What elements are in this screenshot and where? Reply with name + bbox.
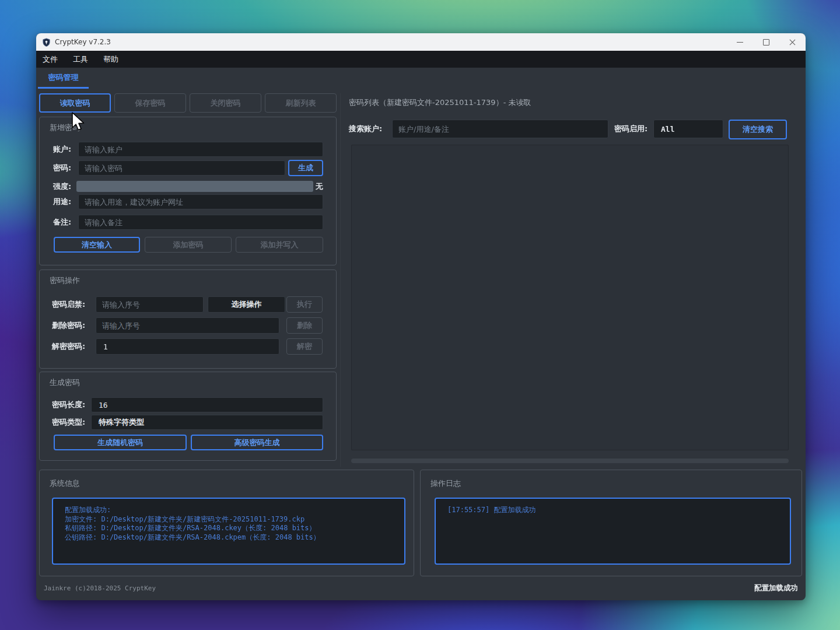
menu-file[interactable]: 文件 [43,54,58,65]
strength-bar [76,181,313,192]
password-input[interactable] [78,160,285,176]
status-bar: Jainkre (c)2018-2025 CryptKey 配置加载成功 [36,576,806,600]
tab-password-management[interactable]: 密码管理 [38,68,89,89]
mouse-cursor [71,112,87,133]
save-password-button[interactable]: 保存密码 [114,93,186,113]
operation-log-box: [17:55:57] 配置加载成功 [435,498,791,565]
length-label: 密码长度: [52,397,85,412]
horizontal-scrollbar[interactable] [351,459,789,463]
menu-tools[interactable]: 工具 [73,54,88,65]
operation-log-line: [17:55:57] 配置加载成功 [447,506,778,515]
password-list-panel: 密码列表（新建密码文件-20251011-1739）- 未读取 搜索账户: 密码… [344,89,802,470]
toggle-serial-input[interactable] [96,296,204,313]
password-list-table [351,145,789,450]
minimize-icon[interactable] [727,33,753,51]
note-label: 备注: [53,215,71,230]
password-list-header: 密码列表（新建密码文件-20251011-1739）- 未读取 [349,97,531,108]
maximize-icon[interactable] [753,33,779,51]
new-password-group: 新增密码 账户: 密码: 生成 强度: 无 用途: 备注: 清空输入 添加密码 … [39,117,337,265]
system-info-panel: 系统信息 配置加载成功: 加密文件: D:/Desktop/新建文件夹/新建密码… [39,470,414,576]
enabled-filter-select[interactable]: All [653,120,723,138]
clear-input-button[interactable]: 清空输入 [54,237,140,253]
decrypt-button[interactable]: 解密 [286,338,323,355]
system-info-line: 配置加载成功: [65,506,393,515]
account-label: 账户: [53,142,71,157]
type-select[interactable]: 特殊字符类型 [91,415,323,430]
add-and-write-button[interactable]: 添加并写入 [236,237,323,253]
password-ops-group-title: 密码操作 [50,275,80,286]
close-icon[interactable] [779,33,806,51]
generate-random-button[interactable]: 生成随机密码 [54,435,187,450]
note-input[interactable] [78,215,323,230]
toggle-action-select[interactable]: 选择操作 [208,296,285,313]
system-info-line: 加密文件: D:/Desktop/新建文件夹/新建密码文件-20251011-1… [65,515,393,524]
search-input[interactable] [392,120,608,138]
system-info-line: 私钥路径: D:/Desktop/新建文件夹/RSA-2048.ckey（长度:… [65,524,393,533]
delete-serial-input[interactable] [96,317,279,334]
operation-log-title: 操作日志 [430,478,461,489]
purpose-input[interactable] [78,194,323,209]
status-message: 配置加载成功 [754,583,798,593]
refresh-list-button[interactable]: 刷新列表 [265,93,337,113]
panel-splitter[interactable] [340,93,341,467]
status-copyright: Jainkre (c)2018-2025 CryptKey [44,584,156,592]
delete-button[interactable]: 删除 [286,317,323,334]
window-title: CryptKey v7.2.3 [55,38,111,46]
enabled-label: 密码启用: [614,121,648,136]
account-input[interactable] [78,142,323,157]
type-label: 密码类型: [52,415,85,430]
window-controls [727,33,806,51]
app-window: CryptKey v7.2.3 文件 工具 帮助 密码管理 读取密码 保存密码 … [36,33,806,600]
decrypt-label: 解密密码: [52,339,85,354]
add-password-button[interactable]: 添加密码 [145,237,232,253]
purpose-label: 用途: [53,194,71,209]
operation-log-panel: 操作日志 [17:55:57] 配置加载成功 [420,470,802,576]
read-password-button[interactable]: 读取密码 [39,93,111,113]
menu-bar: 文件 工具 帮助 [36,51,806,68]
system-info-line: 公钥路径: D:/Desktop/新建文件夹/RSA-2048.ckpem（长度… [65,533,393,542]
title-bar: CryptKey v7.2.3 [36,33,806,51]
execute-button[interactable]: 执行 [286,296,323,313]
advanced-generate-button[interactable]: 高级密码生成 [191,435,323,450]
menu-help[interactable]: 帮助 [103,54,118,65]
delete-label: 删除密码: [52,318,85,333]
tab-strip: 密码管理 [36,68,806,89]
password-ops-group: 密码操作 密码启禁: 选择操作 执行 删除密码: 删除 解密密码: 1 解密 [39,270,337,369]
system-info-title: 系统信息 [50,478,80,489]
close-password-button[interactable]: 关闭密码 [190,93,261,113]
password-label: 密码: [53,160,71,176]
decrypt-serial-input[interactable]: 1 [96,338,279,355]
search-label: 搜索账户: [349,121,382,136]
app-shield-icon [42,38,51,47]
generate-password-group: 生成密码 密码长度: 16 密码类型: 特殊字符类型 生成随机密码 高级密码生成 [39,372,337,461]
clear-search-button[interactable]: 清空搜索 [729,120,787,139]
generate-password-group-title: 生成密码 [50,377,80,388]
length-input[interactable]: 16 [91,397,323,412]
strength-value: 无 [316,179,323,194]
system-info-box: 配置加载成功: 加密文件: D:/Desktop/新建文件夹/新建密码文件-20… [52,498,405,565]
toggle-label: 密码启禁: [52,297,85,312]
strength-label: 强度: [53,179,71,194]
generate-button[interactable]: 生成 [288,160,323,176]
